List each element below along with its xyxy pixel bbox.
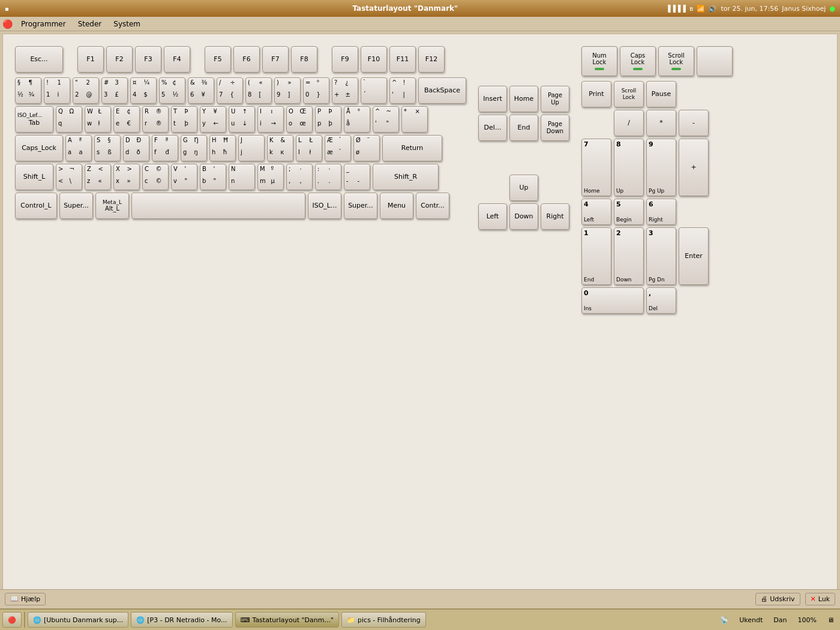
taskbar-item-ubuntu[interactable]: 🌐 [Ubuntu Danmark sup... [28, 612, 128, 628]
key-6[interactable]: & ⅜ 6 ¥ [188, 77, 214, 104]
key-diaeresis[interactable]: ^ ~ ' " [373, 106, 399, 133]
key-v[interactable]: V ' v " [171, 164, 197, 190]
menu-system[interactable]: System [107, 19, 146, 29]
key-esc[interactable]: Esc... [15, 46, 63, 73]
key-return[interactable]: Return [382, 135, 442, 161]
key-shift-r[interactable]: Shift_R [373, 164, 439, 190]
key-iso-l[interactable]: ISO_L... [308, 193, 341, 219]
key-num-star[interactable]: * [646, 110, 676, 136]
key-f6[interactable]: F6 [233, 46, 260, 73]
key-f3[interactable]: F3 [135, 46, 161, 73]
key-acute[interactable]: ` ´ [361, 77, 387, 104]
key-space[interactable] [131, 193, 305, 219]
capslock-indicator[interactable]: CapsLock [620, 46, 656, 76]
print-button[interactable]: 🖨 Udskriv [755, 593, 800, 605]
key-super-r[interactable]: Super... [344, 193, 377, 219]
key-num-enter[interactable]: Enter [679, 227, 709, 285]
key-7[interactable]: / ÷ 7 { [217, 77, 243, 104]
key-meta-alt-l[interactable]: Meta_L Alt_L [95, 193, 129, 219]
key-up[interactable]: Up [509, 175, 538, 201]
key-num-plus[interactable]: + [679, 139, 709, 196]
key-home[interactable]: Home [509, 86, 538, 112]
key-f7[interactable]: F7 [262, 46, 289, 73]
key-num2[interactable]: 2 Down [614, 227, 644, 285]
key-0[interactable]: = ° 0 } [303, 77, 329, 104]
key-num9[interactable]: 9 Pg Up [646, 139, 676, 196]
key-plus[interactable]: ? ¿ + ± [332, 77, 358, 104]
scrolllock-indicator[interactable]: ScrollLock [658, 46, 694, 76]
key-caret[interactable]: ^ ! ' | [389, 77, 416, 104]
key-end[interactable]: End [509, 115, 538, 141]
key-f1[interactable]: F1 [77, 46, 104, 73]
key-m[interactable]: M º m μ [257, 164, 284, 190]
key-pause[interactable]: Pause [646, 81, 676, 107]
key-super-l[interactable]: Super... [59, 193, 93, 219]
key-s[interactable]: S § s ß [94, 135, 121, 161]
key-5[interactable]: % ¢ 5 ½ [159, 77, 185, 104]
key-num-comma[interactable]: , Del [646, 287, 676, 314]
key-j[interactable]: J j [238, 135, 265, 161]
numlock-indicator[interactable]: NumLock [581, 46, 617, 76]
key-num8[interactable]: 8 Up [614, 139, 644, 196]
key-f12[interactable]: F12 [418, 46, 445, 73]
key-y[interactable]: Y ¥ y ← [200, 106, 226, 133]
key-num4[interactable]: 4 Left [581, 199, 611, 225]
key-9[interactable]: ) » 9 ] [274, 77, 301, 104]
key-del[interactable]: Del... [478, 115, 507, 141]
key-num7[interactable]: 7 Home [581, 139, 611, 196]
key-num6[interactable]: 6 Right [646, 199, 676, 225]
key-2[interactable]: " 2 2 @ [73, 77, 99, 104]
key-ctrl-r[interactable]: Contr... [416, 193, 449, 219]
key-3[interactable]: # 3 3 £ [101, 77, 128, 104]
key-o[interactable]: O Œ o œ [286, 106, 313, 133]
key-menu[interactable]: Menu [380, 193, 413, 219]
key-num0[interactable]: 0 Ins [581, 287, 644, 314]
key-backspace[interactable]: BackSpace [418, 77, 466, 104]
key-f11[interactable]: F11 [389, 46, 416, 73]
key-pgdn[interactable]: Page Down [541, 115, 569, 141]
key-h[interactable]: H Ħ h ħ [209, 135, 236, 161]
key-caps-lock[interactable]: Caps_Lock [15, 135, 63, 161]
key-insert[interactable]: Insert [478, 86, 507, 112]
taskbar-item-keyboard[interactable]: ⌨ Tastaturlayout "Danm..." [235, 612, 339, 628]
key-num1[interactable]: 1 End [581, 227, 611, 285]
key-print[interactable]: Print [581, 81, 611, 107]
key-oe[interactable]: Ø ¨ ø [353, 135, 380, 161]
key-f4[interactable]: F4 [164, 46, 190, 73]
key-w[interactable]: W Ł w ł [85, 106, 111, 133]
key-f10[interactable]: F10 [361, 46, 387, 73]
key-t[interactable]: T Þ t þ [171, 106, 197, 133]
key-f8[interactable]: F8 [291, 46, 317, 73]
key-b[interactable]: B ' b " [200, 164, 226, 190]
menu-steder[interactable]: Steder [72, 19, 108, 29]
key-scrolllock[interactable]: Scroll Lock [614, 81, 644, 107]
key-1[interactable]: ! 1 1 i [44, 77, 70, 104]
key-p[interactable]: P Þ p þ [315, 106, 341, 133]
key-num-slash[interactable]: / [614, 110, 644, 136]
key-c[interactable]: C © c © [142, 164, 169, 190]
key-a[interactable]: A ª a a [65, 135, 92, 161]
key-f2[interactable]: F2 [106, 46, 133, 73]
key-x[interactable]: X > x » [113, 164, 140, 190]
key-e[interactable]: E ¢ e € [113, 106, 140, 133]
key-aa[interactable]: Å ° å [344, 106, 370, 133]
key-k[interactable]: K & k ĸ [267, 135, 293, 161]
key-num3[interactable]: 3 Pg Dn [646, 227, 676, 285]
key-g[interactable]: G Ŋ g ŋ [181, 135, 207, 161]
key-f9[interactable]: F9 [332, 46, 358, 73]
key-l[interactable]: L Ł l ł [296, 135, 322, 161]
key-left[interactable]: Left [478, 203, 507, 230]
menu-programmer[interactable]: Programmer [15, 19, 72, 29]
key-n[interactable]: N n [229, 164, 255, 190]
close-app-button[interactable]: ✕ Luk [805, 593, 836, 605]
key-4[interactable]: ¤ ¼ 4 $ [130, 77, 157, 104]
taskbar-item-radio[interactable]: 🌐 [P3 - DR Netradio - Mo... [131, 612, 232, 628]
key-period[interactable]: : · . . [315, 164, 341, 190]
key-z[interactable]: Z < z « [85, 164, 111, 190]
key-q[interactable]: Q Ω q [56, 106, 82, 133]
key-f[interactable]: F ª f đ [152, 135, 178, 161]
key-comma[interactable]: ; · , , [286, 164, 313, 190]
key-ctrl-l[interactable]: Control_L [15, 193, 57, 219]
key-num-minus[interactable]: - [679, 110, 709, 136]
help-button[interactable]: 📖 Hjælp [5, 593, 46, 605]
